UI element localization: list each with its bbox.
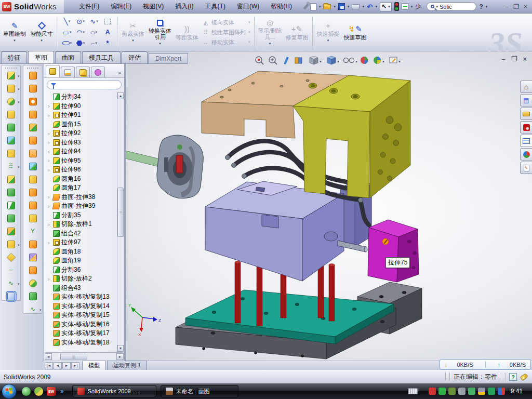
quick-launch-icon-2[interactable] — [34, 387, 43, 396]
feature-tree-item[interactable]: 实体-移动/复制14 — [45, 302, 116, 311]
command-tab[interactable]: 曲面 — [55, 51, 81, 63]
feature-tree-item[interactable]: 圆角17 — [45, 183, 116, 193]
surface-tool-button[interactable] — [29, 137, 37, 144]
feature-tool-button[interactable] — [7, 98, 15, 105]
task-pane-tab[interactable] — [520, 108, 532, 120]
tray-icon[interactable] — [448, 388, 456, 395]
scroll-down-button[interactable]: ▼ — [117, 345, 124, 352]
pattern-row-button[interactable]: ◭ 镜向实体 ▾ — [203, 19, 250, 26]
view-orientation-icon[interactable]: ▾ — [310, 56, 322, 64]
tray-icon[interactable] — [478, 388, 485, 395]
feature-tree-item[interactable]: 实体-移动/复制18 — [45, 338, 116, 348]
feature-tool-button[interactable] — [7, 292, 15, 300]
open-file-icon[interactable] — [323, 4, 331, 9]
surface-tool-button[interactable] — [29, 124, 37, 131]
study-nav-button[interactable]: ►| — [71, 362, 79, 369]
feature-tree-item[interactable]: 分割35 — [45, 211, 116, 220]
feature-tool-button[interactable] — [7, 137, 15, 144]
feature-tree-item[interactable]: 圆角19 — [45, 256, 116, 265]
sketch-entity-button[interactable]: ○ — [87, 27, 101, 38]
save-dropdown[interactable]: ▾ — [348, 5, 350, 9]
scroll-right-button[interactable]: ► — [116, 353, 124, 360]
quick-launch-icon-1[interactable] — [22, 387, 31, 396]
sketch-entity-button[interactable] — [74, 38, 87, 49]
menu-item[interactable]: 编辑(E) — [105, 0, 137, 13]
feature-tree-item[interactable]: 组合43 — [45, 284, 116, 293]
offset-entities-button[interactable]: )) 等距实体 — [174, 15, 201, 49]
pin-icon[interactable] — [303, 3, 309, 10]
expand-arrow-icon[interactable] — [47, 103, 51, 109]
menu-item[interactable]: 窗口(W) — [231, 0, 265, 13]
menu-item[interactable]: 文件(F) — [73, 0, 105, 13]
menu-item[interactable]: 视图(V) — [137, 0, 169, 13]
surface-tool-button[interactable]: ∿ — [29, 305, 37, 313]
help-dropdown[interactable]: ▾ — [486, 5, 488, 9]
surface-tool-button[interactable] — [29, 98, 37, 105]
command-tab[interactable]: 特征 — [1, 51, 27, 63]
feature-tree-item[interactable]: 切除-放样1 — [45, 220, 116, 229]
print-icon[interactable] — [352, 4, 360, 9]
input-method-icon[interactable] — [408, 388, 418, 394]
tree-vertical-scrollbar[interactable]: ▲ ≡ ▼ — [117, 92, 124, 352]
traffic-light-icon[interactable] — [394, 2, 399, 11]
section-view-icon[interactable] — [295, 58, 302, 63]
feature-tree-item[interactable]: 组合42 — [45, 229, 116, 238]
trim-entities-button[interactable]: ✂ 剪裁实体▾ — [119, 15, 147, 49]
expand-arrow-icon[interactable] — [47, 113, 51, 118]
feature-tool-button[interactable]: ┄ — [7, 267, 15, 274]
doc-restore-button[interactable]: ❐ — [511, 55, 517, 63]
task-pane-tab[interactable] — [520, 94, 532, 107]
study-tab[interactable]: 模型 — [82, 361, 106, 370]
study-tab[interactable]: 运动算例 1 — [107, 361, 147, 370]
start-button[interactable] — [2, 384, 17, 399]
feature-tree-item[interactable]: 拉伸90 — [45, 102, 116, 111]
sketch-entity-button[interactable]: * — [101, 38, 114, 49]
expand-arrow-icon[interactable] — [47, 149, 51, 154]
feature-tool-button[interactable] — [7, 228, 15, 235]
feature-tree-item[interactable]: 实体-移动/复制17 — [45, 329, 116, 338]
expand-arrow-icon[interactable] — [47, 131, 51, 136]
repair-sketch-button[interactable]: +✎ 修复草图 — [284, 15, 311, 49]
surface-tool-button[interactable]: Y — [29, 228, 37, 235]
sketch-entity-button[interactable]: A — [101, 27, 114, 38]
view-settings-icon[interactable]: ▾ — [390, 57, 401, 64]
menu-item[interactable]: 帮助(H) — [265, 0, 298, 13]
convert-entities-button[interactable]: 转换实体引用▾ — [147, 15, 174, 49]
feature-tree-item[interactable]: 拉伸95 — [45, 156, 116, 166]
expand-arrow-icon[interactable] — [47, 204, 51, 209]
pattern-row-button[interactable]: ↔ 移动实体 ▾ — [203, 38, 250, 46]
study-nav-button[interactable]: ◄ — [54, 362, 62, 369]
feature-tree-item[interactable]: 圆角16 — [45, 175, 116, 184]
surface-tool-button[interactable] — [29, 254, 37, 261]
feature-tree-item[interactable]: 分割36 — [45, 265, 116, 275]
tag-icon[interactable] — [520, 373, 529, 381]
feature-tree-item[interactable]: 曲面-拉伸38 — [45, 193, 116, 202]
search-input[interactable]: ▾ Solic — [427, 2, 476, 11]
command-tab[interactable]: 模具工具 — [82, 51, 121, 63]
display-style-icon[interactable]: ▾ — [327, 56, 339, 64]
tray-icon[interactable] — [488, 388, 495, 395]
sketch-entity-button[interactable]: ▭ — [60, 27, 74, 38]
dimxpert-manager-tab[interactable] — [91, 66, 105, 77]
tray-icon[interactable] — [438, 388, 446, 395]
feature-tool-button[interactable] — [7, 124, 15, 131]
zoom-fit-icon[interactable] — [256, 57, 263, 64]
feature-tool-button[interactable] — [7, 111, 15, 118]
feature-tool-button[interactable] — [7, 85, 15, 92]
undo-dropdown[interactable]: ▾ — [376, 5, 378, 9]
save-icon[interactable] — [338, 3, 345, 10]
feature-tree-item[interactable]: 圆角18 — [45, 247, 116, 257]
feature-tree-item[interactable]: 拉伸96 — [45, 165, 116, 175]
rapid-sketch-button[interactable]: ↯✎ 快速草图 — [342, 15, 369, 49]
checker-dropdown[interactable]: ▾ — [411, 5, 413, 9]
scroll-up-button[interactable]: ▲ — [117, 92, 124, 99]
model-3d-exploded-view[interactable]: Y Z X — [126, 54, 532, 361]
feature-tree-item[interactable]: 拉伸94 — [45, 147, 116, 156]
feature-tree-item[interactable]: 实体-移动/复制13 — [45, 292, 116, 302]
quick-tips-button[interactable]: ? — [509, 373, 517, 381]
edit-appearance-icon[interactable] — [361, 57, 368, 64]
task-pane-tab[interactable] — [520, 148, 532, 161]
surface-tool-button[interactable] — [29, 163, 37, 170]
quick-launch-overflow[interactable]: » — [60, 388, 64, 395]
apply-scene-icon[interactable]: ▾ — [374, 57, 384, 64]
